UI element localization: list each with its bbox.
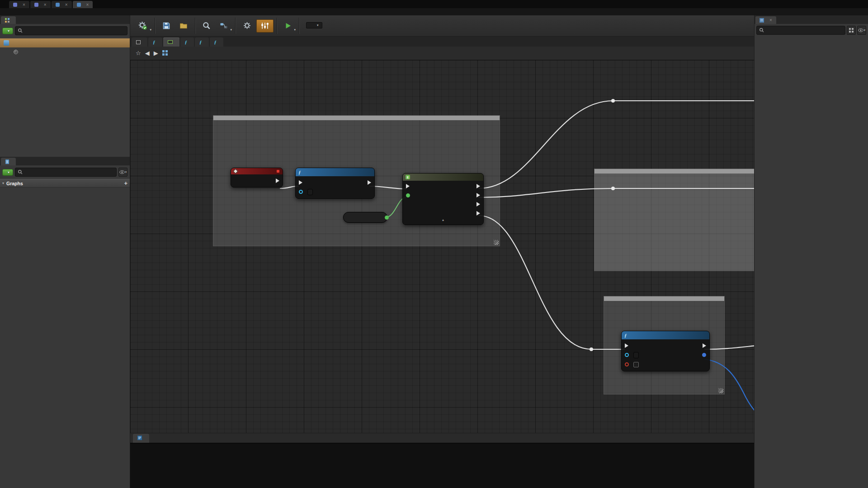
details-search[interactable] (756, 26, 845, 35)
exec-out-pin[interactable] (368, 180, 371, 185)
exec-in-pin[interactable] (625, 343, 628, 348)
favorite-star-icon[interactable]: ☆ (136, 50, 141, 56)
target-pin[interactable] (299, 190, 303, 194)
wire-exec-transform-change-out[interactable] (479, 188, 754, 197)
blueprint-section-graphs[interactable]: ▾Graphs+ (0, 179, 130, 188)
node-header: ƒ (622, 331, 709, 339)
tab-my-blueprint[interactable] (1, 158, 16, 165)
tab-get-original-color[interactable]: ƒ (210, 38, 224, 47)
component-default-scene-root[interactable] (0, 47, 130, 56)
manual-selection-checkbox[interactable] (633, 362, 639, 367)
node-body: ▴ (403, 181, 483, 225)
new-color-pin[interactable] (702, 353, 706, 357)
tab-construction-script[interactable]: ƒ (148, 38, 162, 47)
viewport-icon (136, 40, 141, 44)
browse-button[interactable] (175, 20, 192, 32)
function-icon: ƒ (153, 39, 156, 45)
back-arrow-icon[interactable]: ◀ (145, 50, 150, 56)
toolbar-separator (235, 18, 236, 34)
exec-out-pin[interactable] (476, 211, 480, 216)
exec-out-pin[interactable] (476, 184, 480, 188)
reroute-node[interactable] (611, 187, 615, 190)
event-graph-canvas[interactable]: ƒ E (130, 60, 754, 433)
tab-call-interface[interactable]: ƒ (180, 38, 194, 47)
my-blueprint-search[interactable] (15, 168, 117, 177)
target-value-box[interactable] (307, 189, 313, 195)
window-tab-bp-outlet[interactable]: × (52, 1, 72, 8)
debug-object-select[interactable]: ▾ (306, 22, 322, 28)
node-switch-eaction[interactable]: E (402, 173, 484, 225)
wire-exec-change-color-out[interactable] (479, 216, 625, 349)
wire-exec-call-to-switch[interactable] (370, 186, 406, 189)
target-value-box[interactable] (633, 352, 639, 358)
close-tab-icon[interactable]: × (44, 2, 47, 7)
components-search-input[interactable] (24, 28, 125, 34)
exec-out-pin[interactable] (703, 343, 706, 348)
target-pin[interactable] (625, 353, 629, 357)
node-eaction-variable[interactable] (343, 212, 387, 223)
class-defaults-button[interactable] (256, 19, 274, 33)
tab-details[interactable]: × (755, 16, 776, 24)
add-new-button[interactable]: ▾ (2, 169, 13, 176)
close-tab-icon[interactable]: × (86, 2, 89, 7)
component-bp-controller-self[interactable] (0, 38, 130, 47)
compile-button[interactable]: ▾ (134, 20, 151, 32)
blueprint-icon (4, 40, 9, 46)
close-tab-icon[interactable]: × (769, 18, 772, 23)
selection-pin[interactable] (406, 193, 410, 197)
tab-viewport[interactable] (132, 38, 147, 47)
enum-asset-icon (13, 3, 17, 7)
save-button[interactable] (158, 20, 175, 32)
unreal-logo (0, 0, 9, 8)
wire-layer (130, 60, 754, 433)
section-add-button[interactable]: + (124, 181, 127, 186)
forward-arrow-icon[interactable]: ▶ (154, 50, 158, 56)
node-determine-action[interactable] (231, 168, 283, 188)
wire-exec-call-interface-out[interactable] (479, 101, 754, 188)
tab-compiler-results[interactable] (133, 434, 149, 443)
tab-components[interactable] (1, 16, 16, 24)
visibility-filter-button[interactable]: ▾ (118, 168, 127, 177)
window-tab-bp-controller[interactable]: × (73, 1, 93, 8)
window-tab-eaction[interactable]: × (30, 1, 51, 8)
function-icon: ƒ (214, 39, 217, 45)
menu-bar (0, 8, 868, 15)
custom-event-icon (233, 169, 238, 174)
exec-in-pin[interactable] (299, 180, 302, 185)
tab-event-graph[interactable] (163, 38, 179, 47)
play-icon (284, 21, 292, 31)
hide-unrelated-button[interactable]: ▾ (216, 20, 232, 32)
window-tab-eactivation[interactable]: × (9, 1, 29, 8)
enum-out-pin[interactable] (385, 216, 389, 220)
display-filter-button[interactable]: ▾ (857, 26, 866, 35)
wire-color-new-color[interactable] (705, 359, 754, 412)
close-tab-icon[interactable]: × (65, 2, 68, 7)
exec-out-pin[interactable] (476, 193, 480, 197)
my-blueprint-search-input[interactable] (24, 169, 114, 175)
add-component-button[interactable]: ▾ (2, 28, 13, 34)
find-button[interactable] (198, 20, 215, 32)
exec-out-pin[interactable] (276, 178, 279, 183)
exec-in-pin[interactable] (406, 184, 410, 188)
graph-icon (168, 40, 173, 44)
gear-icon (242, 21, 252, 31)
node-call-interface[interactable]: ƒ (295, 168, 375, 199)
reroute-node[interactable] (611, 99, 615, 103)
close-tab-icon[interactable]: × (23, 2, 25, 7)
exec-out-pin[interactable] (476, 202, 480, 206)
tab-cycle-linear-color[interactable]: ƒ (195, 38, 209, 47)
manual-selection-pin[interactable] (625, 362, 629, 366)
details-panel: × ▾ (754, 15, 868, 488)
function-icon: ƒ (185, 39, 188, 45)
function-icon: ƒ (298, 169, 301, 175)
collapse-caret-icon[interactable]: ▴ (403, 218, 483, 223)
reroute-node[interactable] (590, 347, 593, 351)
property-matrix-button[interactable] (847, 26, 856, 35)
play-button[interactable]: ▾ (280, 20, 296, 32)
wire-exec-cycle-out[interactable] (705, 346, 754, 349)
components-search[interactable] (15, 26, 127, 35)
class-settings-button[interactable] (239, 20, 255, 32)
details-search-input[interactable] (766, 27, 843, 33)
compiler-results-body[interactable] (130, 443, 754, 488)
node-cycle-linear-color[interactable]: ƒ (621, 331, 710, 371)
